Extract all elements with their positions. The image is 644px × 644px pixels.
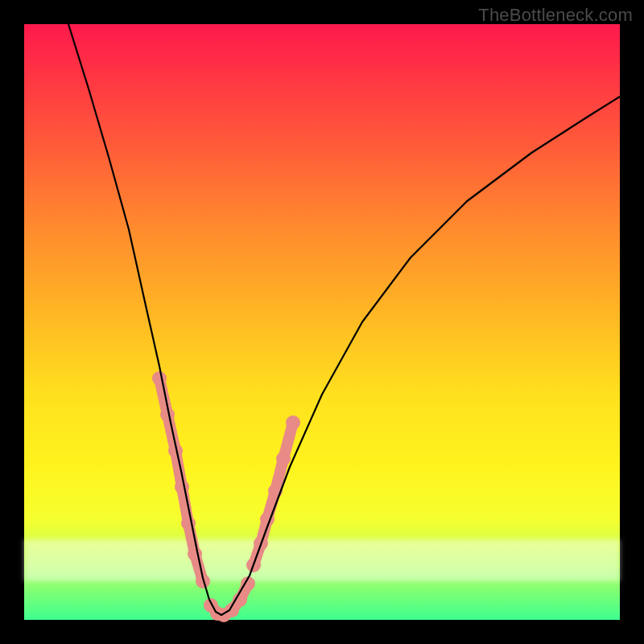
highlight-dot <box>175 480 189 494</box>
watermark-text: TheBottleneck.com <box>478 5 633 26</box>
highlight-dot <box>152 371 167 386</box>
curve-svg <box>24 24 620 620</box>
bottleneck-curve <box>68 24 620 615</box>
highlight-dot <box>276 452 291 466</box>
highlight-dot <box>188 547 202 561</box>
highlight-dot <box>286 415 300 430</box>
chart-frame: TheBottleneck.com <box>0 0 644 644</box>
plot-area <box>24 24 620 620</box>
